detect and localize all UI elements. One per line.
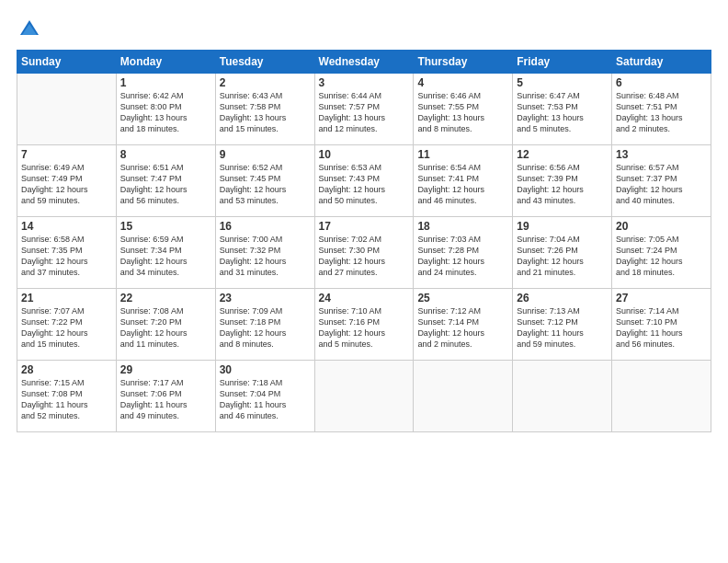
cell-info: Sunrise: 7:13 AM Sunset: 7:12 PM Dayligh… [517,305,608,350]
calendar-week-row: 14Sunrise: 6:58 AM Sunset: 7:35 PM Dayli… [17,217,711,289]
calendar-cell: 29Sunrise: 7:17 AM Sunset: 7:06 PM Dayli… [116,361,215,432]
day-number: 5 [517,76,608,89]
cell-info: Sunrise: 6:46 AM Sunset: 7:55 PM Dayligh… [417,90,508,135]
calendar-cell: 6Sunrise: 6:48 AM Sunset: 7:51 PM Daylig… [612,74,711,145]
cell-info: Sunrise: 6:54 AM Sunset: 7:41 PM Dayligh… [417,162,508,207]
cell-info: Sunrise: 6:59 AM Sunset: 7:34 PM Dayligh… [120,234,211,279]
day-header: Saturday [612,51,711,74]
calendar-cell: 5Sunrise: 6:47 AM Sunset: 7:53 PM Daylig… [513,74,612,145]
day-header: Monday [116,51,215,74]
calendar-cell [513,361,612,432]
calendar-cell: 21Sunrise: 7:07 AM Sunset: 7:22 PM Dayli… [17,289,117,361]
cell-info: Sunrise: 7:02 AM Sunset: 7:30 PM Dayligh… [319,234,410,279]
cell-info: Sunrise: 7:14 AM Sunset: 7:10 PM Dayligh… [616,305,707,350]
day-number: 4 [417,76,508,89]
cell-info: Sunrise: 6:52 AM Sunset: 7:45 PM Dayligh… [220,162,311,207]
calendar-cell: 25Sunrise: 7:12 AM Sunset: 7:14 PM Dayli… [414,289,513,361]
page: SundayMondayTuesdayWednesdayThursdayFrid… [0,0,728,563]
calendar-week-row: 28Sunrise: 7:15 AM Sunset: 7:08 PM Dayli… [17,361,711,432]
calendar-cell: 8Sunrise: 6:51 AM Sunset: 7:47 PM Daylig… [116,145,215,217]
day-number: 25 [417,292,508,304]
day-number: 26 [517,292,608,304]
day-number: 22 [120,292,211,304]
cell-info: Sunrise: 7:15 AM Sunset: 7:08 PM Dayligh… [21,377,112,422]
cell-info: Sunrise: 7:08 AM Sunset: 7:20 PM Dayligh… [120,305,211,350]
day-header: Tuesday [215,51,314,74]
day-number: 12 [517,148,608,161]
day-number: 7 [21,148,112,161]
calendar-week-row: 21Sunrise: 7:07 AM Sunset: 7:22 PM Dayli… [17,289,711,361]
day-number: 19 [517,220,608,233]
day-number: 10 [319,148,410,161]
calendar-cell: 18Sunrise: 7:03 AM Sunset: 7:28 PM Dayli… [414,217,513,289]
header [17,17,711,42]
calendar-header-row: SundayMondayTuesdayWednesdayThursdayFrid… [17,51,711,74]
calendar-cell: 7Sunrise: 6:49 AM Sunset: 7:49 PM Daylig… [17,145,117,217]
cell-info: Sunrise: 6:57 AM Sunset: 7:37 PM Dayligh… [616,162,707,207]
day-number: 8 [120,148,211,161]
cell-info: Sunrise: 6:42 AM Sunset: 8:00 PM Dayligh… [120,90,211,135]
calendar-cell: 22Sunrise: 7:08 AM Sunset: 7:20 PM Dayli… [116,289,215,361]
day-number: 9 [220,148,311,161]
cell-info: Sunrise: 7:07 AM Sunset: 7:22 PM Dayligh… [21,305,112,350]
day-number: 2 [220,76,311,89]
calendar-cell: 30Sunrise: 7:18 AM Sunset: 7:04 PM Dayli… [215,361,314,432]
calendar-cell [17,74,117,145]
calendar-cell: 28Sunrise: 7:15 AM Sunset: 7:08 PM Dayli… [17,361,117,432]
calendar-cell: 15Sunrise: 6:59 AM Sunset: 7:34 PM Dayli… [116,217,215,289]
cell-info: Sunrise: 6:58 AM Sunset: 7:35 PM Dayligh… [21,234,112,279]
cell-info: Sunrise: 6:56 AM Sunset: 7:39 PM Dayligh… [517,162,608,207]
calendar-cell: 23Sunrise: 7:09 AM Sunset: 7:18 PM Dayli… [215,289,314,361]
day-number: 14 [21,220,112,233]
calendar-cell: 19Sunrise: 7:04 AM Sunset: 7:26 PM Dayli… [513,217,612,289]
calendar-cell [612,361,711,432]
calendar-week-row: 7Sunrise: 6:49 AM Sunset: 7:49 PM Daylig… [17,145,711,217]
cell-info: Sunrise: 7:10 AM Sunset: 7:16 PM Dayligh… [319,305,410,350]
logo-icon [17,17,42,42]
day-number: 21 [21,292,112,304]
calendar-cell: 2Sunrise: 6:43 AM Sunset: 7:58 PM Daylig… [215,74,314,145]
cell-info: Sunrise: 6:44 AM Sunset: 7:57 PM Dayligh… [319,90,410,135]
day-number: 13 [616,148,707,161]
cell-info: Sunrise: 7:04 AM Sunset: 7:26 PM Dayligh… [517,234,608,279]
day-number: 27 [616,292,707,304]
day-header: Friday [513,51,612,74]
calendar-cell: 3Sunrise: 6:44 AM Sunset: 7:57 PM Daylig… [314,74,414,145]
day-number: 3 [319,76,410,89]
calendar-cell: 11Sunrise: 6:54 AM Sunset: 7:41 PM Dayli… [414,145,513,217]
calendar-cell: 4Sunrise: 6:46 AM Sunset: 7:55 PM Daylig… [414,74,513,145]
cell-info: Sunrise: 6:51 AM Sunset: 7:47 PM Dayligh… [120,162,211,207]
day-number: 18 [417,220,508,233]
day-number: 28 [21,363,112,376]
cell-info: Sunrise: 6:43 AM Sunset: 7:58 PM Dayligh… [220,90,311,135]
day-number: 29 [120,363,211,376]
day-number: 1 [120,76,211,89]
cell-info: Sunrise: 7:05 AM Sunset: 7:24 PM Dayligh… [616,234,707,279]
calendar-cell: 24Sunrise: 7:10 AM Sunset: 7:16 PM Dayli… [314,289,414,361]
calendar-cell: 12Sunrise: 6:56 AM Sunset: 7:39 PM Dayli… [513,145,612,217]
cell-info: Sunrise: 7:18 AM Sunset: 7:04 PM Dayligh… [220,377,311,422]
calendar-table: SundayMondayTuesdayWednesdayThursdayFrid… [17,50,711,432]
calendar-cell: 13Sunrise: 6:57 AM Sunset: 7:37 PM Dayli… [612,145,711,217]
calendar-cell: 16Sunrise: 7:00 AM Sunset: 7:32 PM Dayli… [215,217,314,289]
calendar-cell: 26Sunrise: 7:13 AM Sunset: 7:12 PM Dayli… [513,289,612,361]
calendar-cell: 17Sunrise: 7:02 AM Sunset: 7:30 PM Dayli… [314,217,414,289]
calendar-cell [414,361,513,432]
calendar-week-row: 1Sunrise: 6:42 AM Sunset: 8:00 PM Daylig… [17,74,711,145]
day-number: 20 [616,220,707,233]
day-header: Wednesday [314,51,414,74]
day-number: 15 [120,220,211,233]
day-number: 11 [417,148,508,161]
day-number: 16 [220,220,311,233]
cell-info: Sunrise: 6:48 AM Sunset: 7:51 PM Dayligh… [616,90,707,135]
cell-info: Sunrise: 6:53 AM Sunset: 7:43 PM Dayligh… [319,162,410,207]
calendar-cell: 1Sunrise: 6:42 AM Sunset: 8:00 PM Daylig… [116,74,215,145]
cell-info: Sunrise: 7:03 AM Sunset: 7:28 PM Dayligh… [417,234,508,279]
calendar-cell [314,361,414,432]
day-header: Thursday [414,51,513,74]
calendar-cell: 9Sunrise: 6:52 AM Sunset: 7:45 PM Daylig… [215,145,314,217]
calendar-cell: 20Sunrise: 7:05 AM Sunset: 7:24 PM Dayli… [612,217,711,289]
day-number: 6 [616,76,707,89]
calendar-cell: 14Sunrise: 6:58 AM Sunset: 7:35 PM Dayli… [17,217,117,289]
logo [17,17,44,42]
